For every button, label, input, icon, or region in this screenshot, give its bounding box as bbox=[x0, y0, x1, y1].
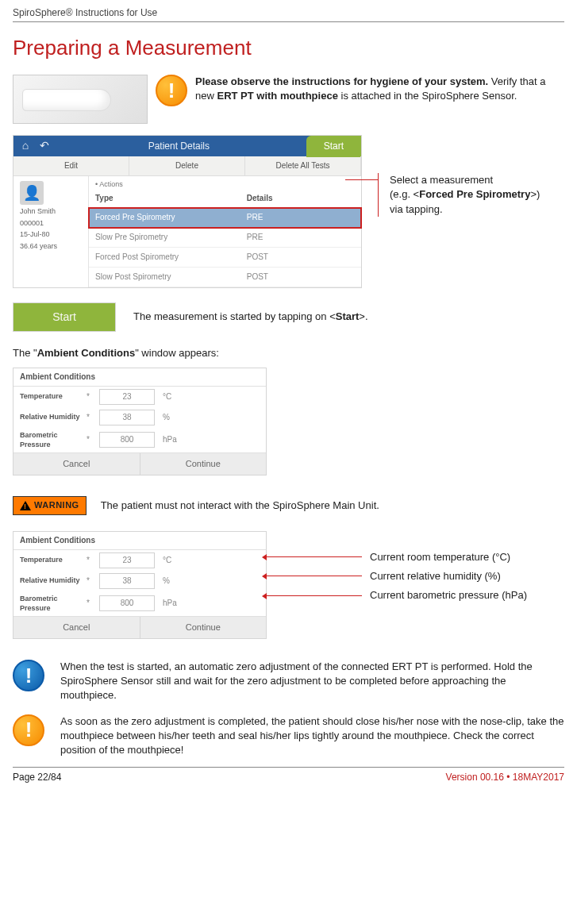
note-1: When the test is started, an automatic z… bbox=[60, 660, 564, 703]
field-temp-2[interactable]: 23 bbox=[99, 552, 155, 568]
ambient-annotations: Current room temperature (°C) Current re… bbox=[267, 531, 564, 608]
callout-l3: via tapping. bbox=[390, 202, 540, 217]
avatar-icon: 👤 bbox=[20, 181, 44, 205]
col-details: Details bbox=[247, 193, 355, 204]
page-title: Preparing a Measurement bbox=[13, 33, 564, 62]
col-type: Type bbox=[95, 193, 247, 204]
ambient-screenshot-2: Ambient Conditions Temperature * 23 °C R… bbox=[13, 531, 267, 640]
callout-l2b: Forced Pre Spirometry bbox=[419, 188, 530, 200]
pd-dob: 15-Jul-80 bbox=[20, 229, 82, 240]
ambient-row-temp-2: Temperature * 23 °C bbox=[13, 550, 266, 571]
req-star: * bbox=[87, 412, 94, 423]
pd-topbar: ⌂ ↶ Patient Details Start bbox=[13, 136, 361, 156]
req-star: * bbox=[87, 576, 94, 587]
unit-press-1: hPa bbox=[163, 434, 177, 445]
lbl-hum-2: Relative Humidity bbox=[20, 576, 82, 586]
measurement-row-forced-pre[interactable]: Forced Pre Spirometry PRE bbox=[89, 208, 361, 228]
warning-text: The patient must not interact with the S… bbox=[101, 499, 379, 513]
warning-label: WARNING bbox=[34, 499, 79, 511]
page-number: Page 22/84 bbox=[13, 771, 61, 784]
pd-name: John Smith bbox=[20, 206, 82, 217]
callout-l2c: >) bbox=[530, 188, 540, 200]
ambient-row-press-2: Barometric Pressure * 800 hPa bbox=[13, 591, 266, 616]
row1-type: Slow Pre Spirometry bbox=[95, 232, 247, 243]
field-hum-1[interactable]: 38 bbox=[99, 410, 155, 425]
start-text: The measurement is started by tapping on… bbox=[133, 310, 368, 324]
unit-hum-1: % bbox=[163, 412, 170, 423]
continue-button-1[interactable]: Continue bbox=[140, 453, 267, 475]
header-rule bbox=[13, 21, 564, 22]
pd-age: 36.64 years bbox=[20, 241, 82, 252]
select-callout: Select a measurement (e.g. <Forced Pre S… bbox=[378, 173, 540, 217]
toolbar-delete-all[interactable]: Delete All Tests bbox=[245, 156, 361, 175]
lbl-press-2: Barometric Pressure bbox=[20, 594, 82, 614]
measurement-row-slow-post[interactable]: Slow Post Spirometry POST bbox=[89, 268, 361, 287]
start-text-c: >. bbox=[359, 310, 367, 322]
actions-label: Actions bbox=[99, 180, 123, 188]
row1-details: PRE bbox=[247, 232, 355, 243]
ambient-intro-a: The " bbox=[13, 347, 37, 359]
annot-press: Current barometric pressure (hPa) bbox=[370, 588, 527, 603]
unit-press-2: hPa bbox=[163, 598, 177, 609]
arrow-icon bbox=[267, 576, 362, 576]
lbl-hum-1: Relative Humidity bbox=[20, 412, 82, 422]
ambient-screenshot-1: Ambient Conditions Temperature * 23 °C R… bbox=[13, 368, 267, 476]
ambient-row-temp-1: Temperature * 23 °C bbox=[13, 387, 266, 407]
ambient-intro-b: Ambient Conditions bbox=[37, 347, 136, 359]
row2-type: Forced Post Spirometry bbox=[95, 252, 247, 263]
hygiene-text: Please observe the instructions for hygi… bbox=[195, 75, 564, 103]
version: Version 00.16 • 18MAY2017 bbox=[446, 771, 564, 784]
footer-rule bbox=[13, 767, 564, 768]
alert-icon: ! bbox=[156, 75, 187, 106]
start-button-image[interactable]: Start bbox=[13, 302, 116, 333]
field-press-2[interactable]: 800 bbox=[99, 595, 155, 611]
cancel-button-1[interactable]: Cancel bbox=[13, 453, 140, 475]
annot-temp: Current room temperature (°C) bbox=[370, 550, 510, 564]
req-star: * bbox=[87, 391, 94, 402]
measurement-row-forced-post[interactable]: Forced Post Spirometry POST bbox=[89, 248, 361, 268]
row3-details: POST bbox=[247, 271, 355, 283]
info-icon: ! bbox=[13, 660, 44, 691]
unit-temp-1: °C bbox=[163, 391, 171, 402]
req-star: * bbox=[87, 598, 94, 609]
hygiene-bold2: ERT PT with mouthpiece bbox=[217, 90, 337, 102]
ambient-title-2: Ambient Conditions bbox=[13, 532, 266, 550]
ambient-row-press-1: Barometric Pressure * 800 hPa bbox=[13, 428, 266, 452]
unit-temp-2: °C bbox=[163, 555, 171, 566]
patient-details-screenshot: ⌂ ↶ Patient Details Start Edit Delete De… bbox=[13, 135, 362, 288]
continue-button-2[interactable]: Continue bbox=[140, 617, 267, 638]
ambient-row-hum-2: Relative Humidity * 38 % bbox=[13, 571, 266, 591]
start-text-a: The measurement is started by tapping on… bbox=[133, 310, 336, 322]
callout-l2a: (e.g. < bbox=[390, 188, 419, 200]
row0-details: PRE bbox=[247, 212, 355, 223]
pd-toolbar: Edit Delete Delete All Tests bbox=[13, 156, 361, 176]
pd-sidebar: 👤 John Smith 000001 15-Jul-80 36.64 year… bbox=[13, 176, 89, 287]
field-press-1[interactable]: 800 bbox=[99, 432, 155, 448]
arrow-icon bbox=[267, 556, 362, 557]
hygiene-rest2: is attached in the SpiroSphere Sensor. bbox=[338, 90, 517, 102]
toolbar-delete[interactable]: Delete bbox=[129, 156, 245, 175]
row2-details: POST bbox=[247, 252, 355, 263]
callout-l1: Select a measurement bbox=[390, 173, 540, 187]
alert-icon: ! bbox=[13, 714, 44, 746]
back-icon[interactable]: ↶ bbox=[37, 139, 52, 153]
field-hum-2[interactable]: 38 bbox=[99, 573, 155, 589]
pd-cols: Type Details bbox=[89, 190, 361, 208]
warning-triangle-icon bbox=[20, 501, 31, 510]
arrow-icon bbox=[267, 595, 362, 596]
field-temp-1[interactable]: 23 bbox=[99, 389, 155, 405]
sensor-image bbox=[13, 75, 148, 124]
start-tab[interactable]: Start bbox=[306, 136, 361, 157]
row3-type: Slow Post Spirometry bbox=[95, 271, 247, 283]
lbl-temp-1: Temperature bbox=[20, 391, 82, 402]
start-text-b: Start bbox=[336, 310, 360, 322]
annot-hum: Current relative humidity (%) bbox=[370, 569, 501, 583]
toolbar-edit[interactable]: Edit bbox=[13, 156, 129, 175]
pd-title: Patient Details bbox=[52, 140, 306, 153]
cancel-button-2[interactable]: Cancel bbox=[13, 617, 140, 638]
lbl-temp-2: Temperature bbox=[20, 555, 82, 565]
measurement-row-slow-pre[interactable]: Slow Pre Spirometry PRE bbox=[89, 228, 361, 248]
req-star: * bbox=[87, 555, 94, 566]
home-icon[interactable]: ⌂ bbox=[18, 139, 33, 153]
doc-header: SpiroSphere® Instructions for Use bbox=[13, 6, 564, 20]
